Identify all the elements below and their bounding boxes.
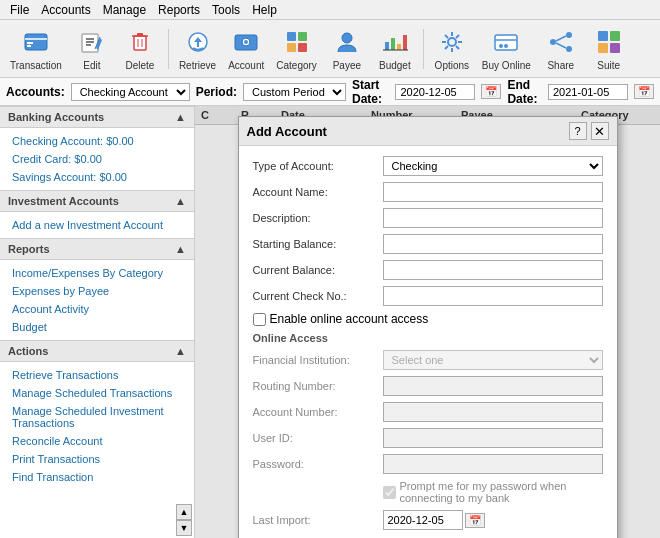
svg-rect-44 — [598, 43, 608, 53]
svg-line-31 — [456, 35, 459, 38]
sidebar-account-activity-link[interactable]: Account Activity — [0, 300, 194, 318]
period-label: Period: — [196, 85, 237, 99]
svg-line-29 — [445, 35, 448, 38]
category-icon — [281, 26, 313, 58]
online-access-title: Online Access — [253, 332, 603, 344]
end-date-input[interactable] — [548, 84, 628, 100]
end-date-calendar-button[interactable]: 📅 — [634, 84, 654, 99]
investment-section-content: Add a new Investment Account — [0, 212, 194, 238]
menu-accounts[interactable]: Accounts — [35, 1, 96, 19]
sidebar-print-transactions-link[interactable]: Print Transactions — [0, 450, 194, 468]
routing-number-label: Routing Number: — [253, 380, 383, 392]
sidebar-scroll-down-button[interactable]: ▼ — [176, 520, 192, 536]
toolbar-budget-label: Budget — [379, 60, 411, 71]
dialog-title-help-button[interactable]: ? — [569, 122, 587, 140]
start-date-input[interactable] — [395, 84, 475, 100]
svg-point-35 — [499, 44, 503, 48]
sidebar-section-actions[interactable]: Actions ▲ — [0, 340, 194, 362]
enable-online-label: Enable online account access — [270, 312, 429, 326]
share-icon — [545, 26, 577, 58]
toolbar-account-button[interactable]: Account — [224, 24, 268, 73]
actions-section-content: Retrieve Transactions Manage Scheduled T… — [0, 362, 194, 490]
sidebar-savings-account-link[interactable]: Savings Account: $0.00 — [0, 168, 194, 186]
last-import-calendar-button[interactable]: 📅 — [465, 513, 485, 528]
sidebar-scroll-up-button[interactable]: ▲ — [176, 504, 192, 520]
online-account-number-label: Account Number: — [253, 406, 383, 418]
description-input[interactable] — [383, 208, 603, 228]
svg-point-39 — [566, 46, 572, 52]
svg-rect-20 — [287, 43, 296, 52]
svg-point-37 — [566, 32, 572, 38]
description-label: Description: — [253, 212, 383, 224]
toolbar-buy-online-button[interactable]: Buy Online — [478, 24, 535, 73]
svg-point-17 — [244, 40, 248, 44]
toolbar-transaction-button[interactable]: Transaction — [6, 24, 66, 73]
toolbar-transaction-label: Transaction — [10, 60, 62, 71]
sidebar-find-transaction-link[interactable]: Find Transaction — [0, 468, 194, 486]
last-import-input[interactable] — [383, 510, 463, 530]
end-date-label: End Date: — [507, 78, 542, 106]
sidebar-manage-scheduled-investment-link[interactable]: Manage Scheduled Investment Transactions — [0, 402, 194, 432]
sidebar-checking-account-link[interactable]: Checking Account: $0.00 — [0, 132, 194, 150]
menu-manage[interactable]: Manage — [97, 1, 152, 19]
menu-file[interactable]: File — [4, 1, 35, 19]
sidebar-section-banking[interactable]: Banking Accounts ▲ — [0, 106, 194, 128]
routing-number-input[interactable] — [383, 376, 603, 396]
current-check-input[interactable] — [383, 286, 603, 306]
svg-rect-45 — [610, 43, 620, 53]
banking-section-content: Checking Account: $0.00 Credit Card: $0.… — [0, 128, 194, 190]
sidebar-manage-scheduled-link[interactable]: Manage Scheduled Transactions — [0, 384, 194, 402]
sidebar-reconcile-account-link[interactable]: Reconcile Account — [0, 432, 194, 450]
menu-help[interactable]: Help — [246, 1, 283, 19]
financial-institution-label: Financial Institution: — [253, 354, 383, 366]
svg-line-40 — [556, 36, 566, 41]
account-name-input[interactable] — [383, 182, 603, 202]
prompt-checkbox[interactable] — [383, 486, 396, 499]
svg-point-24 — [448, 38, 456, 46]
toolbar-suite-label: Suite — [597, 60, 620, 71]
toolbar-category-button[interactable]: Category — [272, 24, 321, 73]
menu-tools[interactable]: Tools — [206, 1, 246, 19]
toolbar-account-label: Account — [228, 60, 264, 71]
sidebar-section-investment[interactable]: Investment Accounts ▲ — [0, 190, 194, 212]
toolbar-edit-button[interactable]: Edit — [70, 24, 114, 73]
toolbar-payee-button[interactable]: Payee — [325, 24, 369, 73]
toolbar-options-button[interactable]: Options — [430, 24, 474, 73]
sidebar-section-reports[interactable]: Reports ▲ — [0, 238, 194, 260]
dialog-titlebar: Add Account ? ✕ — [239, 117, 617, 146]
current-balance-input[interactable] — [383, 260, 603, 280]
sidebar-budget-link[interactable]: Budget — [0, 318, 194, 336]
period-select[interactable]: Custom Period — [243, 83, 346, 101]
online-account-number-row: Account Number: — [253, 402, 603, 422]
toolbar-share-button[interactable]: Share — [539, 24, 583, 73]
sidebar-income-expenses-link[interactable]: Income/Expenses By Category — [0, 264, 194, 282]
sidebar-retrieve-transactions-link[interactable]: Retrieve Transactions — [0, 366, 194, 384]
menu-bar: File Accounts Manage Reports Tools Help — [0, 0, 660, 20]
toolbar-budget-button[interactable]: Budget — [373, 24, 417, 73]
online-account-number-input[interactable] — [383, 402, 603, 422]
type-of-account-label: Type of Account: — [253, 160, 383, 172]
reports-section-content: Income/Expenses By Category Expenses by … — [0, 260, 194, 340]
dialog-overlay: Add Account ? ✕ Type of Account: Checkin… — [195, 106, 660, 538]
type-of-account-row: Type of Account: Checking — [253, 156, 603, 176]
financial-institution-select[interactable]: Select one — [383, 350, 603, 370]
menu-reports[interactable]: Reports — [152, 1, 206, 19]
toolbar-suite-button[interactable]: Suite — [587, 24, 631, 73]
start-date-calendar-button[interactable]: 📅 — [481, 84, 501, 99]
password-input[interactable] — [383, 454, 603, 474]
reports-collapse-icon: ▲ — [175, 243, 186, 255]
start-date-label: Start Date: — [352, 78, 389, 106]
enable-online-checkbox[interactable] — [253, 313, 266, 326]
sidebar-add-investment-link[interactable]: Add a new Investment Account — [0, 216, 194, 234]
last-import-label: Last Import: — [253, 514, 383, 526]
sidebar-credit-card-link[interactable]: Credit Card: $0.00 — [0, 150, 194, 168]
sidebar-expenses-payee-link[interactable]: Expenses by Payee — [0, 282, 194, 300]
banking-collapse-icon: ▲ — [175, 111, 186, 123]
toolbar-delete-button[interactable]: Delete — [118, 24, 162, 73]
accounts-select[interactable]: Checking Account — [71, 83, 190, 101]
type-of-account-select[interactable]: Checking — [383, 156, 603, 176]
dialog-close-button[interactable]: ✕ — [591, 122, 609, 140]
starting-balance-input[interactable] — [383, 234, 603, 254]
toolbar-retrieve-button[interactable]: Retrieve — [175, 24, 220, 73]
user-id-input[interactable] — [383, 428, 603, 448]
